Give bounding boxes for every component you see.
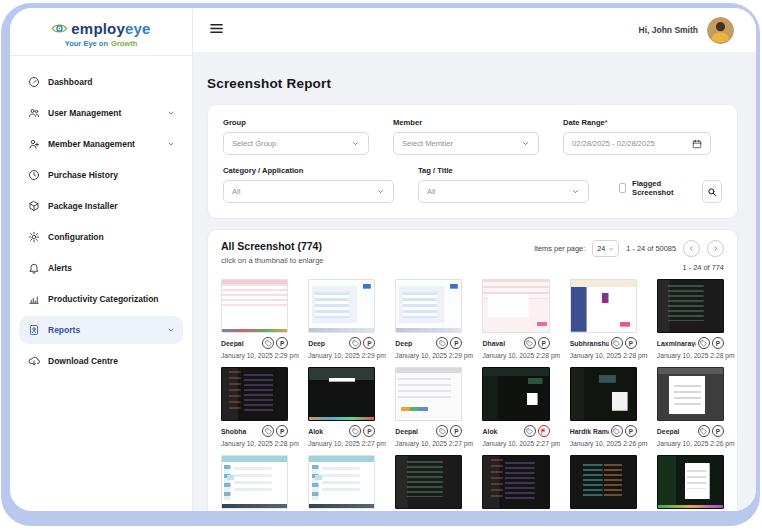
tag-icon[interactable] — [349, 337, 361, 349]
tag-icon[interactable] — [524, 337, 536, 349]
results-title: All Screenshot (774) — [221, 240, 324, 252]
screenshot-timestamp: January 10, 2025 2:29 pm — [308, 352, 375, 359]
screenshot-thumbnail[interactable] — [221, 455, 288, 509]
tag-icon[interactable] — [611, 425, 623, 437]
tag-icon[interactable] — [611, 337, 623, 349]
sidebar-item-dashboard[interactable]: Dashboard — [19, 68, 183, 96]
tag-icon[interactable] — [698, 425, 710, 437]
chevron-left-icon — [688, 245, 695, 252]
member-select[interactable]: Select Member — [393, 132, 539, 155]
chevron-down-icon — [571, 187, 580, 196]
date-range-field: Date Range* 02/28/2025 - 02/28/2025 — [563, 118, 711, 155]
page-title: Screenshot Report — [207, 76, 738, 91]
screenshot-item: Deepal P January 10, 2025 2:29 pm — [221, 279, 288, 359]
checkbox-box[interactable] — [619, 183, 626, 193]
productivity-badge[interactable]: P — [276, 337, 288, 349]
screenshot-thumbnail[interactable] — [482, 455, 549, 509]
screenshot-thumbnail[interactable] — [221, 279, 288, 333]
screenshot-thumbnail[interactable] — [657, 455, 724, 509]
productivity-badge[interactable]: P — [712, 425, 724, 437]
report-icon — [27, 324, 40, 337]
screenshot-thumbnail[interactable] — [308, 455, 375, 509]
flag-icon[interactable] — [538, 425, 550, 437]
screenshot-thumbnail[interactable] — [395, 279, 462, 333]
sidebar-item-reports[interactable]: Reports — [19, 316, 183, 344]
sidebar-item-label: Alerts — [48, 263, 72, 273]
productivity-badge[interactable]: P — [363, 337, 375, 349]
chevron-down-icon — [608, 246, 614, 252]
tag-icon[interactable] — [262, 337, 274, 349]
tag-icon[interactable] — [349, 425, 361, 437]
content-area: Screenshot Report Group Select Group Mem… — [193, 52, 756, 511]
screenshot-thumbnail[interactable] — [395, 367, 462, 421]
category-select[interactable]: All — [223, 180, 394, 203]
screenshot-thumbnail[interactable] — [308, 367, 375, 421]
screenshot-item: Subhranshu P January 10, 2025 2:25 pm — [482, 455, 549, 511]
date-range-input[interactable]: 02/28/2025 - 02/28/2025 — [563, 132, 711, 155]
productivity-badge[interactable]: P — [363, 425, 375, 437]
chevron-down-icon — [376, 187, 385, 196]
group-select[interactable]: Select Group — [223, 132, 369, 155]
tag-icon[interactable] — [698, 337, 710, 349]
sidebar-menu: Dashboard User Management Member Managem… — [10, 56, 192, 387]
avatar[interactable] — [707, 17, 734, 44]
screenshot-results-card: All Screenshot (774) click on a thumbnai… — [207, 229, 738, 511]
sidebar-item-member-management[interactable]: Member Management — [19, 130, 183, 158]
chevron-right-icon — [712, 245, 719, 252]
screenshot-item: Deep P January 10, 2025 2:26 pm — [221, 455, 288, 511]
member-name: Dhaval — [482, 340, 521, 347]
main-area: Hi, John Smith Screenshot Report Group — [193, 8, 756, 511]
screenshot-item: Hardik Ramani P January 10, 2025 2:26 pm — [570, 367, 637, 447]
sidebar-item-label: Reports — [48, 325, 80, 335]
next-page-button[interactable] — [707, 240, 724, 257]
sidebar-item-label: Purchase History — [48, 170, 118, 180]
items-per-page-select[interactable]: 24 — [592, 240, 619, 257]
sidebar-item-productivity-categorization[interactable]: Productivity Categorization — [19, 285, 183, 313]
date-range-label: Date Range* — [563, 118, 711, 127]
tag-icon[interactable] — [436, 425, 448, 437]
productivity-badge[interactable]: P — [450, 337, 462, 349]
tag-icon[interactable] — [436, 337, 448, 349]
screenshot-thumbnail[interactable] — [657, 367, 724, 421]
tag-icon[interactable] — [524, 425, 536, 437]
sidebar-item-alerts[interactable]: Alerts — [19, 254, 183, 282]
chevron-down-icon — [167, 109, 175, 117]
screenshot-thumbnail[interactable] — [395, 455, 462, 509]
group-field: Group Select Group — [223, 118, 369, 155]
screenshot-item: Deep P January 10, 2025 2:29 pm — [308, 279, 375, 359]
sidebar-item-package-installer[interactable]: Package Installer — [19, 192, 183, 220]
screenshot-thumbnail[interactable] — [482, 279, 549, 333]
screenshot-thumbnail[interactable] — [570, 367, 637, 421]
tag-icon[interactable] — [262, 425, 274, 437]
screenshot-thumbnail[interactable] — [570, 455, 637, 509]
previous-page-button[interactable] — [683, 240, 700, 257]
hamburger-menu-icon[interactable] — [209, 21, 224, 40]
productivity-badge[interactable]: P — [450, 425, 462, 437]
logo: employeye Your Eye onGrowth — [10, 8, 192, 56]
productivity-badge[interactable]: P — [625, 425, 637, 437]
member-name: Alok — [308, 428, 347, 435]
screenshot-thumbnail[interactable] — [221, 367, 288, 421]
productivity-badge[interactable]: P — [276, 425, 288, 437]
page-range-text: 1 - 24 of 50085 — [626, 244, 676, 253]
flagged-screenshot-checkbox[interactable]: Flagged Screenshot — [619, 179, 678, 197]
screenshot-timestamp: January 10, 2025 2:27 pm — [308, 440, 375, 447]
productivity-badge[interactable]: P — [712, 337, 724, 349]
screenshot-thumbnail[interactable] — [482, 367, 549, 421]
items-per-page-label: Items per page: — [534, 244, 585, 253]
sidebar-item-configuration[interactable]: Configuration — [19, 223, 183, 251]
sidebar-item-user-management[interactable]: User Management — [19, 99, 183, 127]
tag-select[interactable]: All — [418, 180, 589, 203]
screenshot-thumbnail[interactable] — [657, 279, 724, 333]
productivity-badge[interactable]: P — [625, 337, 637, 349]
productivity-badge[interactable]: P — [538, 337, 550, 349]
category-label: Category / Application — [223, 166, 394, 175]
member-field: Member Select Member — [393, 118, 539, 155]
flagged-screenshot-label: Flagged Screenshot — [632, 179, 678, 197]
sidebar-item-purchase-history[interactable]: Purchase History — [19, 161, 183, 189]
screenshot-thumbnail[interactable] — [308, 279, 375, 333]
screenshot-thumbnail[interactable] — [570, 279, 637, 333]
search-button[interactable] — [702, 180, 722, 203]
group-label: Group — [223, 118, 369, 127]
sidebar-item-download-centre[interactable]: Download Centre — [19, 347, 183, 375]
